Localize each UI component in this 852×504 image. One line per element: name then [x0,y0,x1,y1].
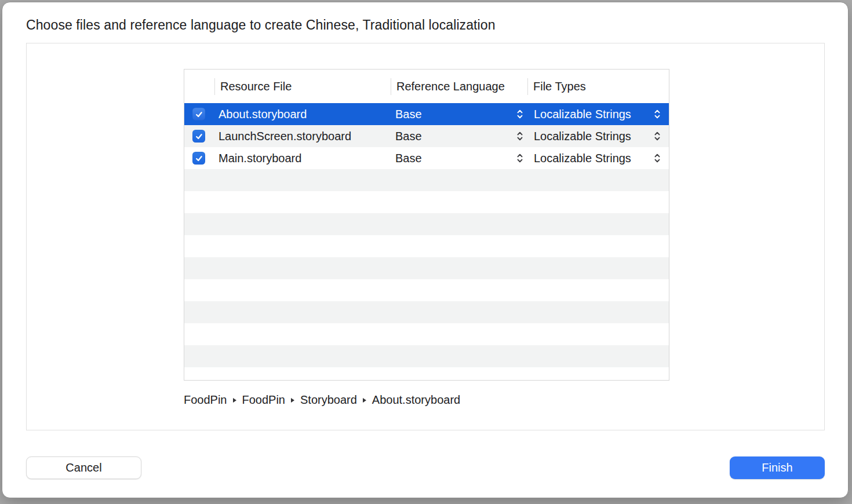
empty-row [184,191,669,213]
empty-row [184,235,669,257]
chevron-up-down-icon [654,130,661,142]
chevron-up-down-icon [516,108,523,120]
triangle-right-icon [291,398,294,403]
column-header-reference-language[interactable]: Reference Language [391,80,527,93]
checkmark-icon [195,132,203,141]
row-checkbox-checked[interactable] [192,108,205,120]
empty-row [184,323,669,345]
file-types-popup[interactable]: Localizable Strings [527,125,669,147]
content-panel: Resource File Reference Language File Ty… [26,43,825,430]
screen: { "window": { "title": "Choose files and… [0,0,852,504]
checkmark-icon [195,154,203,163]
reference-language-popup[interactable]: Base [391,103,527,125]
empty-row [184,301,669,323]
resource-file-table: Resource File Reference Language File Ty… [184,69,669,381]
file-types-value: Localizable Strings [534,130,631,143]
chevron-up-down-icon [516,130,523,142]
table-row[interactable]: LaunchScreen.storyboard Base Localizable… [184,125,669,147]
empty-row [184,367,669,381]
breadcrumb-item-folder[interactable]: Storyboard [300,393,357,407]
column-divider [214,78,215,95]
column-header-resource-file[interactable]: Resource File [214,80,391,93]
triangle-right-icon [233,398,236,403]
empty-row [184,169,669,191]
file-types-popup[interactable]: Localizable Strings [527,103,669,125]
reference-language-popup[interactable]: Base [391,125,527,147]
empty-row [184,257,669,279]
empty-row [184,279,669,301]
column-divider [527,78,528,95]
table-row[interactable]: About.storyboard Base Localizable String… [184,103,669,125]
chevron-up-down-icon [654,152,661,164]
triangle-right-icon [363,398,366,403]
file-types-value: Localizable Strings [534,108,631,121]
resource-file-name: LaunchScreen.storyboard [214,130,391,143]
resource-file-name: Main.storyboard [214,152,391,165]
reference-language-value: Base [395,130,422,143]
breadcrumb-item-file[interactable]: About.storyboard [372,393,460,407]
reference-language-value: Base [395,108,422,121]
breadcrumb-item-project[interactable]: FoodPin [184,393,227,407]
table-row[interactable]: Main.storyboard Base Localizable Strings [184,147,669,169]
chevron-up-down-icon [516,152,523,164]
column-header-file-types[interactable]: File Types [527,80,669,93]
finish-button[interactable]: Finish [730,456,825,479]
row-checkbox-checked[interactable] [192,130,205,143]
cancel-button[interactable]: Cancel [26,456,141,479]
file-types-value: Localizable Strings [534,152,631,165]
chevron-up-down-icon [654,108,661,120]
breadcrumb-item-group[interactable]: FoodPin [242,393,286,407]
reference-language-popup[interactable]: Base [391,147,527,169]
dialog-title: Choose files and reference language to c… [26,17,496,33]
file-types-popup[interactable]: Localizable Strings [527,147,669,169]
table-header: Resource File Reference Language File Ty… [184,70,669,103]
empty-row [184,213,669,235]
row-checkbox-checked[interactable] [192,152,205,165]
resource-file-name: About.storyboard [214,108,391,121]
column-divider [391,78,391,95]
reference-language-value: Base [395,152,422,165]
checkmark-icon [195,110,203,119]
breadcrumb: FoodPin FoodPin Storyboard About.storybo… [184,392,460,407]
localization-dialog: Choose files and reference language to c… [2,2,849,498]
empty-row [184,345,669,367]
